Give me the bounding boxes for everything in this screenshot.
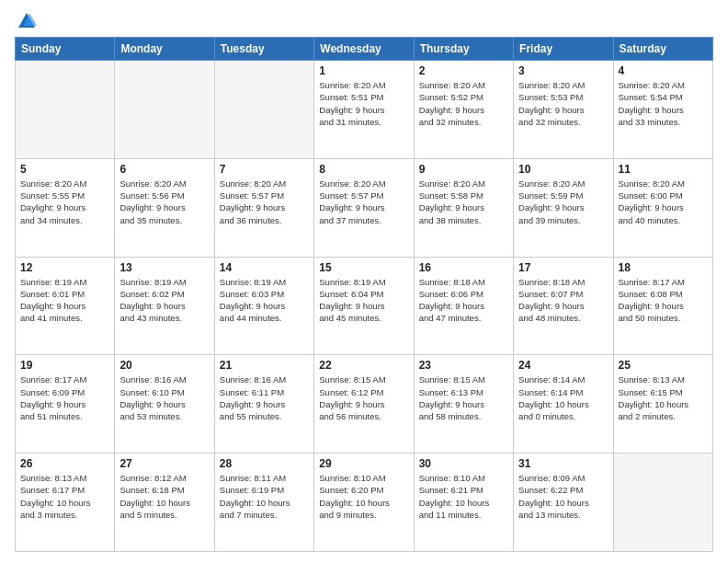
day-number: 15	[319, 261, 408, 274]
day-number: 26	[20, 457, 109, 470]
day-number: 16	[419, 261, 508, 274]
day-number: 4	[619, 64, 708, 77]
calendar-cell: 4Sunrise: 8:20 AM Sunset: 5:54 PM Daylig…	[613, 61, 712, 159]
day-number: 28	[220, 457, 309, 470]
calendar-cell: 23Sunrise: 8:15 AM Sunset: 6:13 PM Dayli…	[414, 355, 513, 454]
calendar-cell: 28Sunrise: 8:11 AM Sunset: 6:19 PM Dayli…	[214, 454, 313, 552]
day-number: 18	[619, 261, 708, 274]
day-info: Sunrise: 8:20 AM Sunset: 5:55 PM Dayligh…	[20, 178, 109, 226]
day-info: Sunrise: 8:19 AM Sunset: 6:04 PM Dayligh…	[319, 276, 408, 325]
calendar-cell: 1Sunrise: 8:20 AM Sunset: 5:51 PM Daylig…	[314, 61, 414, 159]
day-number: 9	[419, 163, 508, 176]
day-number: 3	[518, 64, 608, 77]
day-info: Sunrise: 8:20 AM Sunset: 5:57 PM Dayligh…	[319, 178, 408, 226]
calendar-cell: 30Sunrise: 8:10 AM Sunset: 6:21 PM Dayli…	[414, 454, 513, 552]
day-info: Sunrise: 8:12 AM Sunset: 6:18 PM Dayligh…	[119, 472, 209, 521]
day-info: Sunrise: 8:20 AM Sunset: 5:57 PM Dayligh…	[220, 178, 309, 226]
day-info: Sunrise: 8:20 AM Sunset: 6:00 PM Dayligh…	[619, 178, 708, 226]
calendar-cell: 22Sunrise: 8:15 AM Sunset: 6:12 PM Dayli…	[314, 355, 414, 454]
calendar-cell: 7Sunrise: 8:20 AM Sunset: 5:57 PM Daylig…	[214, 158, 313, 257]
calendar-week-5: 26Sunrise: 8:13 AM Sunset: 6:17 PM Dayli…	[16, 454, 713, 552]
calendar-cell: 29Sunrise: 8:10 AM Sunset: 6:20 PM Dayli…	[314, 454, 414, 552]
header	[15, 11, 713, 29]
day-number: 2	[419, 64, 508, 77]
calendar-cell: 16Sunrise: 8:18 AM Sunset: 6:06 PM Dayli…	[414, 257, 513, 355]
day-info: Sunrise: 8:10 AM Sunset: 6:21 PM Dayligh…	[419, 472, 508, 521]
calendar-cell: 2Sunrise: 8:20 AM Sunset: 5:52 PM Daylig…	[414, 61, 513, 159]
day-info: Sunrise: 8:18 AM Sunset: 6:06 PM Dayligh…	[419, 276, 508, 325]
calendar-cell: 17Sunrise: 8:18 AM Sunset: 6:07 PM Dayli…	[514, 257, 613, 355]
day-info: Sunrise: 8:19 AM Sunset: 6:03 PM Dayligh…	[220, 276, 309, 325]
calendar-week-3: 12Sunrise: 8:19 AM Sunset: 6:01 PM Dayli…	[16, 257, 713, 355]
calendar-week-4: 19Sunrise: 8:17 AM Sunset: 6:09 PM Dayli…	[16, 355, 713, 454]
day-info: Sunrise: 8:19 AM Sunset: 6:01 PM Dayligh…	[20, 276, 109, 325]
calendar-header-sunday: Sunday	[16, 38, 115, 61]
day-info: Sunrise: 8:13 AM Sunset: 6:15 PM Dayligh…	[619, 373, 708, 422]
calendar-cell: 18Sunrise: 8:17 AM Sunset: 6:08 PM Dayli…	[613, 257, 712, 355]
day-info: Sunrise: 8:14 AM Sunset: 6:14 PM Dayligh…	[518, 373, 608, 422]
day-number: 14	[220, 261, 309, 274]
day-info: Sunrise: 8:18 AM Sunset: 6:07 PM Dayligh…	[518, 276, 608, 325]
day-info: Sunrise: 8:16 AM Sunset: 6:11 PM Dayligh…	[220, 373, 309, 422]
day-number: 27	[119, 457, 209, 470]
page: SundayMondayTuesdayWednesdayThursdayFrid…	[0, 0, 728, 563]
day-info: Sunrise: 8:16 AM Sunset: 6:10 PM Dayligh…	[119, 373, 209, 422]
calendar-cell: 15Sunrise: 8:19 AM Sunset: 6:04 PM Dayli…	[314, 257, 414, 355]
day-number: 10	[518, 163, 608, 176]
day-info: Sunrise: 8:13 AM Sunset: 6:17 PM Dayligh…	[20, 472, 109, 521]
day-info: Sunrise: 8:20 AM Sunset: 5:54 PM Dayligh…	[619, 79, 708, 128]
day-info: Sunrise: 8:19 AM Sunset: 6:02 PM Dayligh…	[119, 276, 209, 325]
calendar-cell: 20Sunrise: 8:16 AM Sunset: 6:10 PM Dayli…	[115, 355, 214, 454]
calendar-cell: 13Sunrise: 8:19 AM Sunset: 6:02 PM Dayli…	[115, 257, 214, 355]
day-number: 23	[419, 359, 508, 372]
calendar-cell: 25Sunrise: 8:13 AM Sunset: 6:15 PM Dayli…	[613, 355, 712, 454]
day-number: 11	[619, 163, 708, 176]
calendar-cell: 6Sunrise: 8:20 AM Sunset: 5:56 PM Daylig…	[115, 158, 214, 257]
day-info: Sunrise: 8:20 AM Sunset: 5:53 PM Dayligh…	[518, 79, 608, 128]
day-info: Sunrise: 8:20 AM Sunset: 5:56 PM Dayligh…	[119, 178, 209, 226]
calendar-header-tuesday: Tuesday	[214, 38, 313, 61]
calendar-cell: 8Sunrise: 8:20 AM Sunset: 5:57 PM Daylig…	[314, 158, 414, 257]
day-number: 21	[220, 359, 309, 372]
day-info: Sunrise: 8:17 AM Sunset: 6:08 PM Dayligh…	[619, 276, 708, 325]
day-info: Sunrise: 8:10 AM Sunset: 6:20 PM Dayligh…	[319, 472, 408, 521]
day-info: Sunrise: 8:20 AM Sunset: 5:52 PM Dayligh…	[419, 79, 508, 128]
day-number: 19	[20, 359, 109, 372]
calendar-table: SundayMondayTuesdayWednesdayThursdayFrid…	[15, 37, 713, 552]
calendar-cell: 11Sunrise: 8:20 AM Sunset: 6:00 PM Dayli…	[613, 158, 712, 257]
day-info: Sunrise: 8:20 AM Sunset: 5:58 PM Dayligh…	[419, 178, 508, 226]
calendar-cell: 27Sunrise: 8:12 AM Sunset: 6:18 PM Dayli…	[115, 454, 214, 552]
day-info: Sunrise: 8:20 AM Sunset: 5:59 PM Dayligh…	[518, 178, 608, 226]
calendar-cell: 9Sunrise: 8:20 AM Sunset: 5:58 PM Daylig…	[414, 158, 513, 257]
day-number: 31	[518, 457, 608, 470]
day-number: 8	[319, 163, 408, 176]
calendar-cell: 12Sunrise: 8:19 AM Sunset: 6:01 PM Dayli…	[16, 257, 115, 355]
logo-icon	[17, 11, 37, 31]
day-info: Sunrise: 8:15 AM Sunset: 6:13 PM Dayligh…	[419, 373, 508, 422]
day-number: 29	[319, 457, 408, 470]
day-number: 6	[119, 163, 209, 176]
calendar-header-saturday: Saturday	[613, 38, 712, 61]
day-number: 7	[220, 163, 309, 176]
calendar-cell	[16, 61, 115, 159]
calendar-cell: 19Sunrise: 8:17 AM Sunset: 6:09 PM Dayli…	[16, 355, 115, 454]
day-info: Sunrise: 8:20 AM Sunset: 5:51 PM Dayligh…	[319, 79, 408, 128]
day-number: 30	[419, 457, 508, 470]
calendar-cell	[214, 61, 313, 159]
calendar-cell	[115, 61, 214, 159]
calendar-week-1: 1Sunrise: 8:20 AM Sunset: 5:51 PM Daylig…	[16, 61, 713, 159]
calendar-header-monday: Monday	[115, 38, 214, 61]
day-info: Sunrise: 8:15 AM Sunset: 6:12 PM Dayligh…	[319, 373, 408, 422]
day-number: 12	[20, 261, 109, 274]
calendar-cell: 31Sunrise: 8:09 AM Sunset: 6:22 PM Dayli…	[514, 454, 613, 552]
logo	[15, 11, 37, 29]
day-number: 1	[319, 64, 408, 77]
calendar-cell: 3Sunrise: 8:20 AM Sunset: 5:53 PM Daylig…	[514, 61, 613, 159]
calendar-cell: 10Sunrise: 8:20 AM Sunset: 5:59 PM Dayli…	[514, 158, 613, 257]
calendar-cell: 24Sunrise: 8:14 AM Sunset: 6:14 PM Dayli…	[514, 355, 613, 454]
calendar-header-friday: Friday	[514, 38, 613, 61]
calendar-cell: 14Sunrise: 8:19 AM Sunset: 6:03 PM Dayli…	[214, 257, 313, 355]
calendar-cell: 21Sunrise: 8:16 AM Sunset: 6:11 PM Dayli…	[214, 355, 313, 454]
day-info: Sunrise: 8:17 AM Sunset: 6:09 PM Dayligh…	[20, 373, 109, 422]
calendar-cell: 26Sunrise: 8:13 AM Sunset: 6:17 PM Dayli…	[16, 454, 115, 552]
